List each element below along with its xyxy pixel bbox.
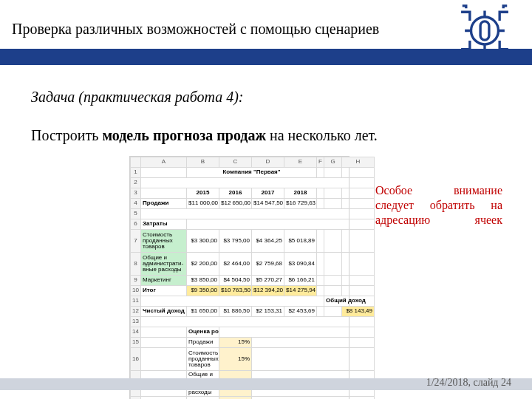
desc-pre: Построить bbox=[31, 127, 102, 143]
side-note: Особое внимание следует обратить на адре… bbox=[375, 183, 502, 228]
desc-bold: модель прогноза продаж bbox=[102, 127, 266, 143]
desc-post: на несколько лет. bbox=[266, 127, 378, 143]
task-label: Задача (практическая работа 4): bbox=[31, 89, 243, 106]
spreadsheet-screenshot: A B C D E F G H 1Компания "Первая" 2 3 2… bbox=[130, 157, 349, 399]
slide-title: Проверка различных возможностей с помощь… bbox=[12, 21, 379, 38]
task-description: Построить модель прогноза продаж на неск… bbox=[31, 127, 445, 144]
header-bar bbox=[0, 49, 532, 65]
footer-text: 1/24/2018, слайд 24 bbox=[426, 377, 511, 389]
slide: Проверка различных возможностей с помощь… bbox=[0, 0, 532, 399]
